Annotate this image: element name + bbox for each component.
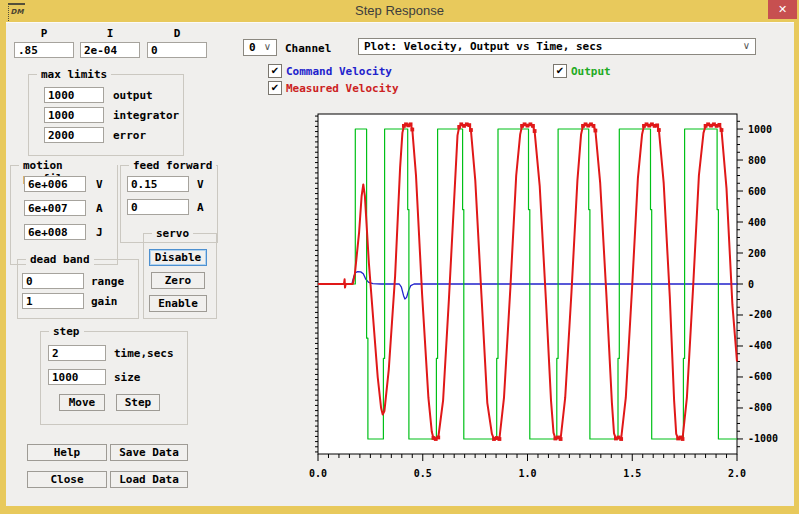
motion-profile-group: motion profile V A J: [10, 165, 118, 265]
max-output-input[interactable]: [44, 87, 104, 103]
measured-velocity-checkbox[interactable]: ✔: [268, 81, 282, 95]
svg-text:400: 400: [748, 217, 766, 228]
svg-text:0.0: 0.0: [309, 468, 327, 479]
save-data-button[interactable]: Save Data: [110, 444, 188, 461]
d-label: D: [147, 27, 207, 40]
max-limits-group: max limits output integrator error: [28, 74, 184, 156]
i-label: I: [80, 27, 140, 40]
plot-type-select[interactable]: Plot: Velocity, Output vs Time, secs ∨: [358, 38, 756, 55]
svg-text:-1000: -1000: [748, 433, 778, 444]
help-button[interactable]: Help: [27, 444, 107, 461]
ff-velocity-input[interactable]: [127, 176, 189, 192]
channel-label: Channel: [285, 42, 331, 55]
max-integrator-label: integrator: [113, 109, 179, 122]
svg-text:-200: -200: [748, 309, 772, 320]
servo-title: servo: [152, 227, 193, 240]
svg-text:1.0: 1.0: [518, 468, 536, 479]
svg-text:-800: -800: [748, 402, 772, 413]
channel-value: 0: [249, 41, 256, 54]
max-integrator-input[interactable]: [44, 107, 104, 123]
chevron-down-icon: ∨: [264, 41, 271, 52]
accel-input[interactable]: [24, 200, 86, 216]
svg-text:0: 0: [748, 279, 754, 290]
window-title: Step Response: [0, 3, 799, 18]
step-time-label: time,secs: [114, 347, 174, 360]
close-icon[interactable]: ✕: [768, 0, 797, 19]
gain-label: gain: [91, 295, 118, 308]
channel-select[interactable]: 0 ∨: [243, 39, 277, 56]
measured-velocity-label: Measured Velocity: [286, 82, 399, 95]
move-button[interactable]: Move: [59, 394, 105, 411]
p-input[interactable]: [14, 42, 74, 58]
gain-input[interactable]: [22, 293, 84, 309]
d-input[interactable]: [147, 42, 207, 58]
command-velocity-label: Command Velocity: [286, 65, 392, 78]
jerk-input[interactable]: [24, 224, 86, 240]
jerk-unit-label: J: [96, 226, 103, 239]
chevron-down-icon: ∨: [743, 40, 750, 51]
disable-button[interactable]: Disable: [149, 249, 207, 266]
ff-velocity-unit-label: V: [197, 178, 204, 191]
velocity-input[interactable]: [24, 176, 86, 192]
i-input[interactable]: [80, 42, 140, 58]
plot-type-value: Plot: Velocity, Output vs Time, secs: [364, 40, 602, 53]
svg-text:-600: -600: [748, 371, 772, 382]
step-group: step time,secs size Move Step: [40, 331, 188, 425]
servo-group: servo Disable Zero Enable: [143, 233, 217, 319]
max-error-input[interactable]: [44, 127, 104, 143]
dead-band-group: dead band range gain: [17, 259, 139, 319]
output-label: Output: [571, 65, 611, 78]
load-data-button[interactable]: Load Data: [110, 471, 188, 488]
enable-button[interactable]: Enable: [149, 295, 207, 312]
feed-forward-title: feed forward: [129, 159, 216, 172]
step-size-input[interactable]: [48, 369, 106, 385]
max-error-label: error: [113, 129, 146, 142]
svg-text:0.5: 0.5: [414, 468, 432, 479]
range-input[interactable]: [22, 273, 84, 289]
step-response-window: DM Step Response ✕ P I D 0 ∨ Channel Plo…: [0, 0, 799, 514]
step-button[interactable]: Step: [116, 394, 160, 411]
svg-text:1000: 1000: [748, 124, 772, 135]
dialog-body: P I D 0 ∨ Channel Plot: Velocity, Output…: [6, 22, 794, 506]
svg-text:600: 600: [748, 186, 766, 197]
p-label: P: [14, 27, 74, 40]
zero-button[interactable]: Zero: [151, 272, 205, 289]
range-label: range: [91, 275, 124, 288]
ff-accel-input[interactable]: [127, 199, 189, 215]
output-checkbox[interactable]: ✔: [553, 64, 567, 78]
velocity-unit-label: V: [96, 178, 103, 191]
titlebar[interactable]: DM Step Response ✕: [0, 0, 799, 22]
step-time-input[interactable]: [48, 345, 106, 361]
step-size-label: size: [114, 371, 141, 384]
svg-text:1.5: 1.5: [623, 468, 641, 479]
svg-text:2.0: 2.0: [728, 468, 746, 479]
svg-text:800: 800: [748, 155, 766, 166]
ff-accel-unit-label: A: [197, 201, 204, 214]
svg-text:200: 200: [748, 248, 766, 259]
dead-band-title: dead band: [26, 253, 94, 266]
command-velocity-checkbox[interactable]: ✔: [268, 64, 282, 78]
max-limits-title: max limits: [37, 68, 111, 81]
accel-unit-label: A: [96, 202, 103, 215]
close-button[interactable]: Close: [27, 471, 107, 488]
svg-text:-400: -400: [748, 340, 772, 351]
step-response-chart: -1000-800-600-400-200020040060080010000.…: [246, 103, 791, 503]
max-output-label: output: [113, 89, 153, 102]
step-title: step: [49, 325, 84, 338]
